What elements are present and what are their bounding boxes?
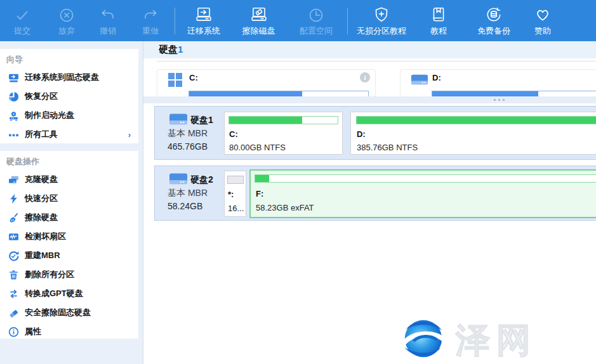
info-icon[interactable]: i [360, 72, 370, 82]
sidebar-item-properties[interactable]: 属性 [0, 322, 138, 341]
overview-divider-line [157, 61, 596, 62]
migrate-system-button[interactable]: 迁移系统 [176, 2, 232, 40]
sidebar-item-label: 属性 [25, 326, 41, 337]
partition-info: 58.23GB exFAT [256, 203, 314, 212]
wipe-disk-drive-icon [250, 4, 268, 23]
sidebar-item-check-bad-sectors[interactable]: 检测坏扇区 [0, 227, 138, 246]
sidebar-item-convert-to-gpt[interactable]: 转换成GPT硬盘 [0, 284, 138, 303]
tutorial-button[interactable]: 教程 [414, 2, 463, 40]
recover-partition-pie-icon [8, 91, 19, 102]
sidebar-item-label: 制作启动光盘 [25, 110, 74, 121]
disk-type: 基本 MBR [168, 128, 208, 140]
sidebar-wizard-section: 向导 迁移系统到固态硬盘 恢复分区 制作启动光盘 所有工具 › [0, 49, 138, 143]
sidebar-item-label: 所有工具 [25, 129, 58, 140]
sidebar-item-label: 删除所有分区 [25, 269, 74, 280]
redo-button[interactable]: 重做 [127, 2, 174, 40]
sidebar-item-recover-partition[interactable]: 恢复分区 [0, 87, 138, 106]
sidebar-item-label: 重建MBR [25, 250, 60, 261]
properties-info-icon [8, 327, 19, 337]
partition-usage-fill [357, 117, 596, 124]
main-content: 硬盘1 C: i D: [143, 41, 596, 364]
undo-button[interactable]: 撤销 [89, 2, 127, 40]
book-icon [430, 4, 447, 23]
hard-drive-icon [169, 114, 188, 129]
volume-label: C: [189, 73, 198, 82]
sidebar-item-rebuild-mbr[interactable]: 重建MBR [0, 246, 138, 265]
convert-gpt-arrows-icon [8, 289, 19, 299]
wipe-disk-button[interactable]: 擦除磁盘 [232, 2, 286, 40]
clone-disk-icon [8, 174, 19, 185]
partition-label: D: [357, 129, 366, 139]
partition-usage-bar [356, 116, 596, 124]
sidebar-item-label: 快速分区 [25, 193, 58, 204]
drag-dots-icon [494, 99, 505, 101]
sidebar-item-secure-erase-ssd[interactable]: 安全擦除固态硬盘 [0, 303, 138, 322]
all-tools-dots-icon [8, 129, 19, 140]
overview-volume-d[interactable]: D: [400, 69, 596, 97]
partition-info: 80.00GB NTFS [229, 143, 286, 152]
toolbar-divider [347, 8, 348, 34]
section-header-disk-operations: 硬盘操作 [0, 151, 138, 170]
backup-cycle-icon [485, 4, 503, 23]
migrate-system-drive-icon [195, 4, 213, 23]
partition-f-selected[interactable]: F: 58.23GB exFAT [249, 169, 596, 218]
discard-circle-x-icon [58, 4, 75, 23]
shield-plus-icon [373, 4, 390, 23]
sidebar-item-wipe-drive[interactable]: 擦除硬盘 [0, 208, 138, 227]
sidebar-item-migrate-ssd[interactable]: 迁移系统到固态硬盘 [0, 68, 138, 87]
disk-row-1[interactable]: 硬盘1 基本 MBR 465.76GB C: 80.00GB NTFS D: 3… [154, 106, 596, 160]
top-toolbar: 提交 放弃 撤销 重做 迁移系统 擦除磁盘 [0, 0, 596, 41]
partition-usage-bar [255, 174, 596, 183]
lossless-partition-tutorial-button[interactable]: 无损分区教程 [348, 2, 414, 40]
sidebar-item-make-boot-disc[interactable]: 制作启动光盘 [0, 106, 138, 125]
rebuild-mbr-icon [8, 250, 19, 261]
sidebar-item-clone-disk[interactable]: 克隆硬盘 [0, 170, 138, 189]
overview-volume-c[interactable]: C: i [157, 69, 376, 97]
sidebar-item-delete-all-partitions[interactable]: 删除所有分区 [0, 265, 138, 284]
disk-row-2[interactable]: 硬盘2 基本 MBR 58.24GB *: 16... F: 58.23GB e… [154, 166, 596, 221]
sidebar-item-label: 检测坏扇区 [25, 231, 66, 242]
sidebar-item-quick-partition[interactable]: 快速分区 [0, 189, 138, 208]
heart-icon [534, 4, 552, 23]
free-backup-button[interactable]: 免费备份 [463, 2, 525, 40]
boot-disc-icon [8, 110, 19, 121]
sidebar-item-all-tools[interactable]: 所有工具 › [0, 125, 138, 144]
allocate-space-pie-icon [308, 4, 324, 23]
disk-name: 硬盘2 [190, 174, 213, 186]
hard-drive-icon [411, 74, 428, 89]
secure-erase-eraser-icon [8, 308, 19, 318]
hard-drive-icon [169, 173, 188, 188]
wipe-drive-brush-icon [8, 212, 19, 223]
volume-label: D: [432, 73, 441, 82]
delete-partitions-trash-icon [8, 270, 19, 280]
sidebar-item-label: 安全擦除固态硬盘 [25, 307, 91, 318]
submit-button[interactable]: 提交 [0, 2, 44, 40]
windows-logo-icon [168, 72, 183, 90]
partition-d[interactable]: D: 385.76GB NTFS [350, 112, 596, 155]
disk-size: 465.76GB [168, 141, 208, 152]
partition-label: C: [229, 129, 238, 139]
partition-manager-window: 提交 放弃 撤销 重做 迁移系统 擦除磁盘 [0, 0, 596, 364]
tab-disk-1[interactable]: 硬盘1 [159, 44, 183, 56]
sidebar-item-label: 迁移系统到固态硬盘 [25, 72, 99, 83]
sidebar-item-label: 转换成GPT硬盘 [25, 288, 83, 299]
partition-usage-bar [227, 176, 244, 184]
section-header-wizard: 向导 [0, 49, 138, 68]
partition-unnamed[interactable]: *: 16... [224, 171, 246, 217]
donate-button[interactable]: 赞助 [525, 2, 560, 40]
discard-button[interactable]: 放弃 [44, 2, 89, 40]
redo-arrow-icon [142, 4, 159, 23]
undo-arrow-icon [100, 4, 116, 23]
sidebar-item-label: 恢复分区 [25, 91, 58, 102]
sidebar-item-label: 克隆硬盘 [25, 174, 58, 185]
migrate-ssd-icon [8, 72, 19, 83]
partition-c[interactable]: C: 80.00GB NTFS [224, 112, 343, 155]
partition-label: F: [256, 189, 263, 198]
partition-label: *: [228, 190, 234, 199]
overview-splitter-handle[interactable] [143, 96, 596, 103]
disk-name: 硬盘1 [190, 115, 213, 126]
watermark-text: 泽网 [456, 323, 537, 357]
allocate-space-button[interactable]: 配置空间 [286, 2, 347, 40]
sidebar-disk-operations-section: 硬盘操作 克隆硬盘 快速分区 擦除硬盘 检测坏扇区 [0, 151, 138, 339]
quick-partition-bolt-icon [8, 193, 19, 204]
